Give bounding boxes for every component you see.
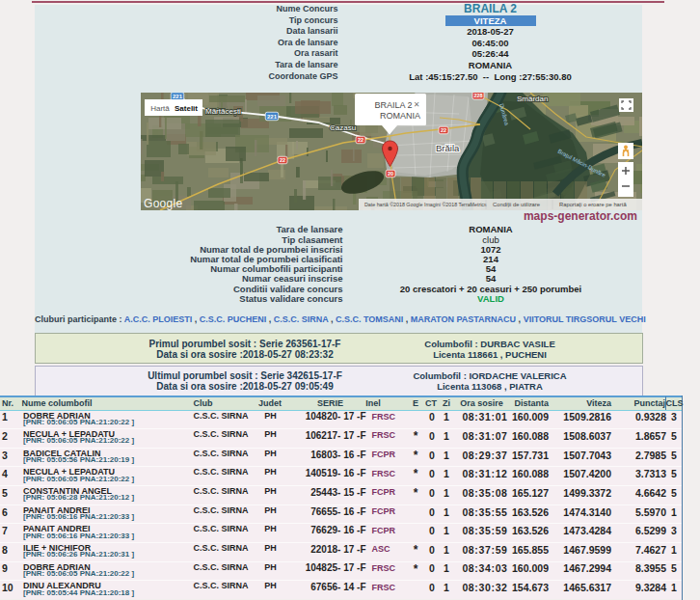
svg-text:✕: ✕ [414, 100, 420, 109]
svg-text:20: 20 [388, 171, 393, 177]
svg-text:BRAILA 2: BRAILA 2 [374, 100, 412, 110]
svg-text:221: 221 [267, 114, 278, 120]
svg-text:Satelit: Satelit [175, 104, 198, 113]
svg-text:Smârdan: Smârdan [517, 95, 548, 103]
svg-text:22: 22 [280, 157, 285, 163]
svg-text:22: 22 [358, 137, 363, 143]
svg-text:ROMANIA: ROMANIA [380, 111, 420, 121]
svg-text:Condiții de utilizare: Condiții de utilizare [493, 202, 540, 207]
svg-text:Hartă: Hartă [150, 104, 170, 113]
svg-text:228: 228 [473, 93, 482, 98]
svg-text:Brăila: Brăila [436, 143, 460, 153]
svg-text:Date hartă ©2018 Google Imagin: Date hartă ©2018 Google Imagini ©2018 Te… [364, 202, 487, 207]
svg-text:Mărtăcești: Mărtăcești [205, 107, 241, 116]
svg-text:221: 221 [173, 94, 183, 99]
svg-text:Cazasu: Cazasu [330, 123, 356, 132]
svg-text:22: 22 [441, 127, 446, 133]
svg-text:Raportați o eroare pe hartă: Raportați o eroare pe hartă [559, 202, 627, 207]
svg-text:Google: Google [144, 197, 183, 210]
